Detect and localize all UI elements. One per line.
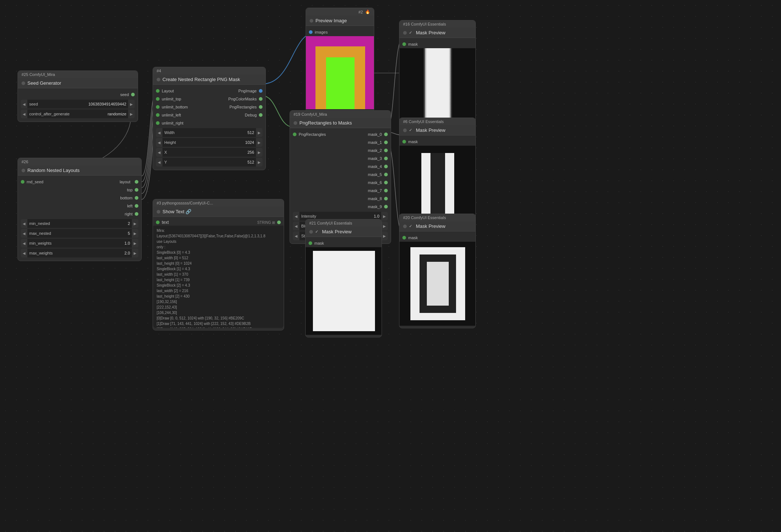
mask16-in-port: mask: [399, 40, 475, 48]
control-arrow-right[interactable]: ▶: [128, 110, 135, 118]
x-field[interactable]: ◀ X 256 ▶: [156, 148, 263, 157]
mask8-port: mask_8: [340, 195, 391, 203]
preview-image-title-bar: Preview Image: [306, 16, 374, 26]
preview-image-canvas: [306, 36, 374, 109]
preview-image-node: #2 🔥 Preview Image images: [306, 8, 374, 112]
mask-preview-21-dot: [309, 230, 313, 234]
mask6-port: mask_6: [340, 179, 391, 187]
mask-preview-20-canvas: [399, 242, 475, 326]
random-nested-header: #26: [18, 158, 141, 165]
mask-preview-21-title: Mask Preview: [322, 229, 352, 234]
random-nested-status-dot: [22, 169, 25, 172]
mask4-port: mask_4: [340, 162, 391, 171]
pngimage-out-port: PngImage: [209, 87, 265, 95]
control-field[interactable]: ◀ control_after_generate randomize ▶: [21, 110, 135, 118]
png-to-masks-id: #19 ComfyUI_Mira: [294, 112, 327, 116]
top-out-port: top: [18, 186, 141, 194]
random-nested-id: #26: [22, 160, 28, 164]
svg-rect-9: [430, 153, 445, 222]
min-weights-field[interactable]: ◀ min_weights 1.0 ▶: [21, 239, 138, 248]
pngrectangles-out-port: PngRectangles: [209, 103, 265, 111]
mask-preview-20-id: #20 ComfyUI Essentials: [403, 215, 446, 220]
images-in-dot: [309, 30, 313, 34]
mask1-dot: [384, 141, 388, 144]
mask5-dot: [384, 173, 388, 176]
control-label: control_after_generate: [27, 112, 78, 116]
text-in-dot: [156, 221, 160, 224]
create-nested-title-bar: Create Nested Rectangle PNG Mask: [153, 74, 265, 85]
y-field[interactable]: ◀ Y 512 ▶: [156, 158, 263, 167]
seed-arrow-right[interactable]: ▶: [128, 100, 135, 108]
mask21-in-port: mask: [306, 239, 382, 247]
seed-generator-node: #25 ComfyUI_Mira Seed Generator seed ◀ s…: [18, 70, 138, 122]
seed-arrow-left[interactable]: ◀: [21, 100, 27, 108]
mask-preview-16-node: #16 ComfyUI Essentials ✓ Mask Preview ma…: [399, 20, 476, 131]
images-in-port: images: [306, 28, 374, 36]
mask2-port: mask_2: [340, 146, 391, 154]
control-arrow-left[interactable]: ◀: [21, 110, 27, 118]
random-nested-body: rnd_seed layout top bottom left right ◀ …: [18, 176, 141, 261]
preview-image-id: #2: [359, 10, 363, 14]
png-to-masks-header: #19 ComfyUI_Mira: [290, 111, 391, 118]
mask0-dot: [384, 133, 388, 136]
mask-preview-21-header: #21 ComfyUI Essentials: [306, 219, 382, 227]
seed-output-port: seed: [18, 91, 138, 99]
create-nested-id: #4: [157, 69, 161, 73]
unlimit-bottom-dot: [156, 105, 160, 109]
bottom-out-port: bottom: [18, 194, 141, 202]
svg-rect-4: [425, 48, 451, 129]
mask-preview-20-title-bar: ✓ Mask Preview: [399, 221, 475, 231]
max-weights-field[interactable]: ◀ max_weights 2.0 ▶: [21, 249, 138, 257]
create-nested-outputs: PngImage PngColorMasks PngRectangles Deb…: [209, 87, 265, 127]
mask21-in-dot: [309, 241, 312, 245]
mask-preview-20-header: #20 ComfyUI Essentials: [399, 214, 475, 221]
mask-preview-16-title-bar: ✓ Mask Preview: [399, 28, 475, 38]
unlimit-right-port: unlimit_right: [153, 119, 209, 127]
unlimit-top-port: unlimit_top: [153, 95, 209, 103]
width-field[interactable]: ◀ Width 512 ▶: [156, 128, 263, 137]
mask6-in-port: mask: [399, 138, 475, 146]
mask1-port: mask_1: [340, 138, 391, 146]
min-nested-field[interactable]: ◀ min_nested 2 ▶: [21, 219, 138, 228]
show-text-title-bar: Show Text 🔗: [153, 207, 284, 217]
png-to-masks-title: PngRectangles to Masks: [299, 120, 352, 126]
show-text-title: Show Text 🔗: [162, 209, 191, 214]
mask0-port: mask_0: [340, 130, 391, 138]
mask-preview-6-header: #6 ComfyUI Essentials: [399, 118, 475, 125]
pngcolormasks-out-port: PngColorMasks: [209, 95, 265, 103]
create-nested-inputs: Layout unlimit_top unlimit_bottom unlimi…: [153, 87, 209, 127]
create-nested-title: Create Nested Rectangle PNG Mask: [162, 77, 240, 82]
mask-preview-16-canvas: [399, 48, 475, 129]
max-nested-field[interactable]: ◀ max_nested 5 ▶: [21, 229, 138, 238]
mask7-dot: [384, 189, 388, 192]
svg-rect-6: [449, 48, 452, 129]
seed-generator-status-dot: [22, 81, 25, 85]
debug-out-dot: [259, 113, 263, 117]
seed-field[interactable]: ◀ seed 10638394914659442 ▶: [21, 100, 135, 108]
control-value: randomize: [78, 112, 128, 116]
mask-preview-20-node: #20 ComfyUI Essentials ✓ Mask Preview ma…: [399, 214, 476, 328]
layout-in-port: Layout: [153, 87, 209, 95]
svg-rect-5: [423, 48, 427, 129]
unlimit-right-dot: [156, 121, 160, 125]
mask4-dot: [384, 165, 388, 168]
text-out-dot: [277, 221, 281, 224]
height-field[interactable]: ◀ Height 1024 ▶: [156, 138, 263, 147]
mask-preview-20-title: Mask Preview: [416, 223, 445, 229]
pngrectangles-in-port: PngRectangles: [290, 130, 340, 138]
mask-preview-20-dot: [403, 225, 407, 228]
preview-image-header: #2 🔥: [306, 8, 374, 16]
show-text-ports: text STRING ⊞: [153, 219, 284, 226]
mask-preview-21-node: #21 ComfyUI Essentials ✓ Mask Preview ma…: [305, 219, 382, 337]
right-out-port: right: [18, 210, 141, 218]
seed-generator-id: #25 ComfyUI_Mira: [22, 72, 55, 77]
mask-preview-6-title: Mask Preview: [416, 127, 445, 133]
left-out-port: left: [18, 202, 141, 210]
mask-preview-21-canvas: [306, 247, 382, 335]
svg-rect-2: [326, 57, 355, 109]
mask-preview-6-dot: [403, 129, 407, 132]
mask-preview-16-header: #16 ComfyUI Essentials: [399, 20, 475, 28]
show-text-content: Mira: Layout:[536740130870447][3][False,…: [153, 226, 284, 328]
mask9-port: mask_9: [340, 203, 391, 211]
show-text-header: #3 pythongosssss/ComfyUI-C...: [153, 199, 284, 207]
